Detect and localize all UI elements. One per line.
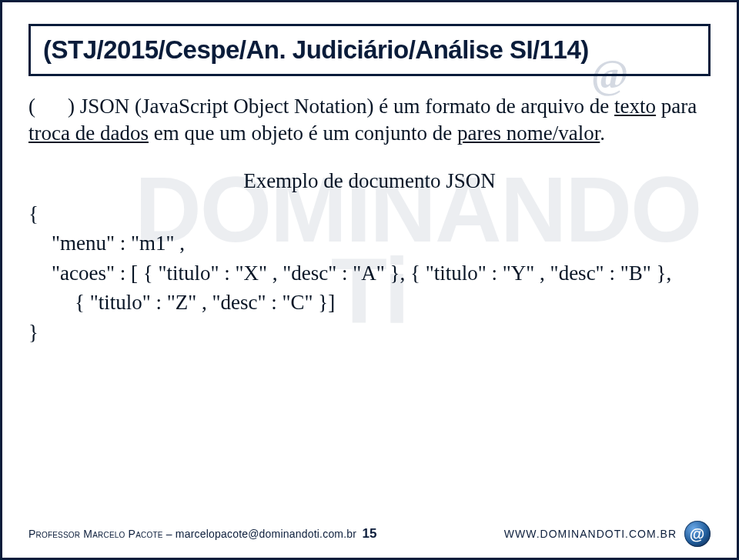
json-line-acoes-1: "acoes" : [ { "titulo" : "X" , "desc" : …	[28, 260, 711, 287]
url-domain: dominandoti.com.br	[540, 528, 677, 540]
site-url: www.dominandoti.com.br	[504, 528, 677, 540]
footer-separator: –	[163, 528, 176, 540]
footer: Professor Marcelo Pacote – marcelopacote…	[28, 521, 711, 547]
title-box: (STJ/2015/Cespe/An. Judiciário/Análise S…	[28, 24, 711, 76]
text-frag-2: para	[656, 95, 697, 118]
underline-troca-de-dados: troca de dados	[28, 122, 149, 145]
text-frag-4: .	[600, 122, 605, 145]
slide-body: () JSON (JavaScript Object Notation) é u…	[28, 93, 711, 345]
underline-texto: texto	[614, 95, 656, 118]
footer-right: www.dominandoti.com.br @	[504, 521, 711, 547]
page-number: 15	[363, 526, 377, 542]
text-frag-1: ) JSON (JavaScript Object Notation) é um…	[68, 95, 614, 118]
json-line-acoes-2: { "titulo" : "Z" , "desc" : "C" }]	[28, 289, 711, 316]
slide-title: (STJ/2015/Cespe/An. Judiciário/Análise S…	[43, 35, 696, 65]
question-paragraph: () JSON (JavaScript Object Notation) é u…	[28, 93, 711, 146]
json-example: { "menu" : "m1" , "acoes" : [ { "titulo"…	[28, 201, 711, 346]
footer-left: Professor Marcelo Pacote – marcelopacote…	[28, 528, 356, 540]
paren-open: (	[28, 95, 35, 118]
slide: DOMINANDO Ti @ (STJ/2015/Cespe/An. Judic…	[0, 0, 739, 560]
brand-icon: @	[684, 521, 711, 547]
underline-pares-nome-valor: pares nome/valor	[457, 122, 600, 145]
example-title: Exemplo de documento JSON	[28, 168, 711, 195]
author-email: marcelopacote@dominandoti.com.br	[176, 528, 356, 540]
json-close-brace: }	[28, 319, 711, 346]
author-name: Professor Marcelo Pacote	[28, 528, 163, 540]
url-prefix: www.	[504, 528, 540, 540]
json-line-menu: "menu" : "m1" ,	[28, 230, 711, 257]
text-frag-3: em que um objeto é um conjunto de	[149, 122, 457, 145]
json-open-brace: {	[28, 201, 711, 228]
